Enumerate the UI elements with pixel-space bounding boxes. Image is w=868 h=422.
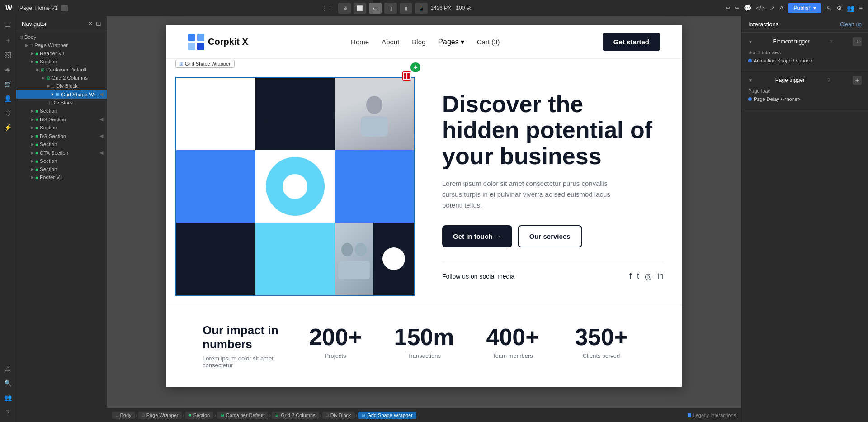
nav-item-header-v1[interactable]: ▶ ■ Header V1 xyxy=(16,49,107,57)
code-icon[interactable]: </> xyxy=(756,5,765,12)
dark-ring-inner xyxy=(382,247,405,270)
collab-icon[interactable]: 👥 xyxy=(847,5,854,12)
arrow-header: ▶ xyxy=(31,51,34,56)
arrow-section5: ▶ xyxy=(31,159,34,163)
bgsection1-vis: ◀ xyxy=(99,116,103,122)
nav-item-bgsection2[interactable]: ▶ ■ BG Section ◀ xyxy=(16,132,107,140)
bc-pw-icon: □ xyxy=(142,413,144,417)
comment-icon[interactable]: 💬 xyxy=(744,5,751,12)
cursor-icon[interactable]: ↖ xyxy=(826,4,832,13)
nav-pages-dropdown[interactable]: Pages ▾ xyxy=(438,38,464,46)
nav-item-grid-shape[interactable]: ▼ ⊞ Grid Shape Wr... ◀ xyxy=(16,90,107,99)
device-tablet2-btn[interactable]: ▮ xyxy=(400,3,412,14)
help-icon[interactable]: ? xyxy=(2,406,14,418)
expand-icon[interactable]: ⊡ xyxy=(96,20,101,27)
nav-item-bgsection1[interactable]: ▶ ■ BG Section ◀ xyxy=(16,115,107,123)
nav-item-divblock1[interactable]: ▶ □ Div Block xyxy=(16,82,107,90)
more-icon[interactable]: ≡ xyxy=(859,5,863,12)
get-in-touch-button[interactable]: Get in touch → xyxy=(442,225,512,247)
device-monitor2-btn[interactable]: ⬜ xyxy=(354,3,366,14)
breadcrumb-section[interactable]: ■Section xyxy=(185,412,213,419)
close-icon[interactable]: ✕ xyxy=(88,20,93,27)
instagram-icon[interactable]: ◎ xyxy=(645,271,652,281)
font-icon[interactable]: A xyxy=(779,5,783,12)
section4-icon: ■ xyxy=(35,142,38,147)
nav-item-ctasection[interactable]: ▶ ■ CTA Section ◀ xyxy=(16,148,107,157)
svg-point-4 xyxy=(366,96,382,114)
publish-button[interactable]: Publish ▾ xyxy=(788,3,821,13)
add-element-plus[interactable]: + xyxy=(410,62,420,72)
breadcrumb-container[interactable]: ⊞Container Default xyxy=(217,412,269,419)
our-services-button[interactable]: Our services xyxy=(518,225,582,247)
gridshape-badge: ◀ xyxy=(99,91,103,97)
shape-cell-r3c2 xyxy=(255,223,335,295)
dark-ring xyxy=(373,238,414,279)
device-mobile-btn[interactable]: 📱 xyxy=(415,3,428,14)
bc-divblock-icon: □ xyxy=(326,413,328,417)
cms-icon[interactable]: ◈ xyxy=(2,63,14,76)
page-trigger-collapse-icon: ▼ xyxy=(748,78,753,83)
twitter-icon[interactable]: t xyxy=(637,271,639,281)
breadcrumb-grid2col[interactable]: ⊞Grid 2 Columns xyxy=(272,412,319,419)
pages-icon[interactable]: ⬡ xyxy=(2,107,14,119)
breadcrumb-divblock[interactable]: □Div Block xyxy=(322,412,354,419)
nav-cart[interactable]: Cart (3) xyxy=(477,38,500,46)
navigator-icon[interactable]: ☰ xyxy=(2,20,14,33)
icon-strip: ☰ ＋ 🖼 ◈ 🛒 👤 ⬡ ⚡ ⚠ 🔍 👥 ? xyxy=(0,16,16,422)
nav-item-footer[interactable]: ▶ ■ Footer V1 xyxy=(16,173,107,181)
main-area: ☰ ＋ 🖼 ◈ 🛒 👤 ⬡ ⚡ ⚠ 🔍 👥 ? Navigator ✕ ⊡ xyxy=(0,16,868,422)
device-tablet-btn[interactable]: ▯ xyxy=(384,3,397,14)
nav-item-section6[interactable]: ▶ ■ Section xyxy=(16,165,107,173)
breadcrumb-arrow-4: › xyxy=(269,413,271,418)
device-desktop-btn[interactable]: ▭ xyxy=(369,3,382,14)
canvas-frame: Corpkit X Home About Blog Pages ▾ Cart (… xyxy=(166,25,682,387)
linkedin-icon[interactable]: in xyxy=(657,271,664,281)
page-trigger-header[interactable]: ▼ Page trigger ? + xyxy=(748,76,862,85)
team-icon[interactable]: 👥 xyxy=(2,391,14,404)
breadcrumb-grid-shape[interactable]: ⊞Grid Shape Wrapper xyxy=(358,412,416,419)
nav-item-section2[interactable]: ▶ ■ Section xyxy=(16,107,107,115)
animation-shape-row: Animation Shape / <none> xyxy=(748,58,862,63)
settings-icon[interactable]: ⚙ xyxy=(836,5,842,12)
breadcrumb-page-wrapper[interactable]: □Page Wrapper xyxy=(138,412,182,419)
breadcrumb-body[interactable]: □Body xyxy=(112,412,135,419)
undo-icon[interactable]: ↩ xyxy=(726,5,730,11)
nav-item-divblock2[interactable]: □ Div Block xyxy=(16,99,107,107)
facebook-icon[interactable]: f xyxy=(629,271,632,281)
nav-item-section4[interactable]: ▶ ■ Section xyxy=(16,140,107,148)
nav-item-section5[interactable]: ▶ ■ Section xyxy=(16,157,107,165)
nav-item-section3[interactable]: ▶ ■ Section xyxy=(16,123,107,132)
social-row: Follow us on social media f t ◎ in xyxy=(442,271,664,281)
nav-item-body[interactable]: □ Body xyxy=(16,33,107,41)
ecom-icon[interactable]: 🛒 xyxy=(2,78,14,90)
zoom-display: 100 % xyxy=(456,5,471,11)
alert-icon[interactable]: ⚠ xyxy=(2,362,14,375)
share-icon[interactable]: ↗ xyxy=(769,5,775,12)
animation-shape-value: Animation Shape / <none> xyxy=(748,58,812,63)
interactions-header: Interactions Clean up xyxy=(742,16,868,33)
device-monitor-btn[interactable]: 🖥 xyxy=(338,3,351,14)
nav-about[interactable]: About xyxy=(382,38,399,46)
add-elements-icon[interactable]: ＋ xyxy=(2,34,14,47)
logic-icon[interactable]: ⚡ xyxy=(2,121,14,134)
redo-icon[interactable]: ↪ xyxy=(735,5,739,11)
nav-blog[interactable]: Blog xyxy=(412,38,425,46)
nav-item-container[interactable]: ▶ ⊞ Container Default xyxy=(16,66,107,74)
nav-home[interactable]: Home xyxy=(351,38,369,46)
users-icon[interactable]: 👤 xyxy=(2,92,14,105)
element-trigger-header[interactable]: ▼ Element trigger ? + xyxy=(748,37,862,46)
nav-item-page-wrapper[interactable]: ▶ □ Page Wrapper xyxy=(16,41,107,49)
assets-icon[interactable]: 🖼 xyxy=(2,49,14,62)
page-delay-value: Page Delay / <none> xyxy=(748,96,800,102)
clean-up-button[interactable]: Clean up xyxy=(840,21,862,28)
nav-item-section-1[interactable]: ▶ ■ Section xyxy=(16,57,107,66)
site-cta-button[interactable]: Get started xyxy=(603,33,660,51)
nav-item-grid2col[interactable]: ▶ ⊞ Grid 2 Columns xyxy=(16,74,107,82)
arrow-page-wrapper: ▶ xyxy=(25,43,28,47)
page-load-label: Page load xyxy=(748,88,771,94)
element-trigger-add-btn[interactable]: + xyxy=(853,37,862,46)
page-trigger-add-btn[interactable]: + xyxy=(853,76,862,85)
resize-handle[interactable] xyxy=(402,71,411,81)
search-icon[interactable]: 🔍 xyxy=(2,377,14,389)
hero-title: Discover the hidden potential of your bu… xyxy=(442,91,664,169)
